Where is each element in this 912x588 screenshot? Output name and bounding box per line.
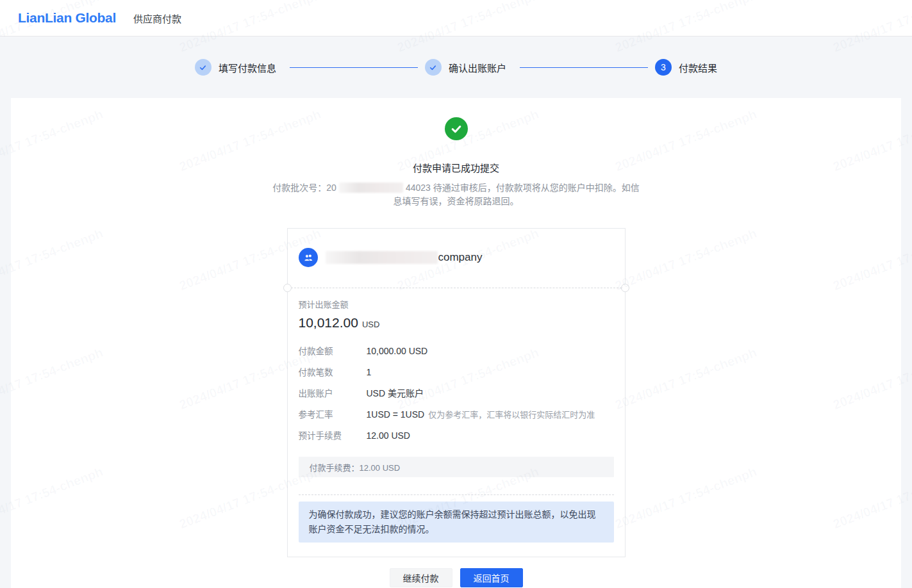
company-name-text: company [438, 251, 483, 264]
app-header: LianLian Global 供应商付款 [0, 0, 912, 37]
payment-result-panel: 付款申请已成功提交 付款批次号：2044023 待通过审核后，付款款项将从您的账… [11, 98, 901, 588]
result-title: 付款申请已成功提交 [413, 161, 499, 174]
exchange-rate-row: 参考汇率 1USD = 1USD 仅为参考汇率，汇率将以银行实际结汇时为准 [299, 407, 614, 429]
estimated-amount-label: 预计出账金额 [299, 298, 614, 310]
payment-count-row: 付款笔数 1 [299, 365, 614, 386]
batch-number-suffix: 44023 [406, 183, 433, 193]
step-label: 付款结果 [679, 61, 717, 74]
step-label: 填写付款信息 [219, 61, 276, 74]
step-fill-payment-info: 填写付款信息 [195, 59, 276, 76]
outgoing-account-row: 出账账户 USD 美元账户 [299, 386, 614, 407]
step-label: 确认出账账户 [449, 61, 506, 74]
ticket-notch-right [621, 284, 629, 292]
row-label: 出账账户 [299, 386, 367, 399]
row-value: USD 美元账户 [367, 386, 424, 399]
step-number-badge: 3 [655, 59, 672, 76]
estimated-amount: 10,012.00 USD [299, 315, 614, 331]
batch-number-label: 付款批次号： [272, 183, 326, 193]
step-connector [520, 67, 648, 68]
lianlian-global-logo[interactable]: LianLian Global [18, 10, 116, 26]
ticket-notch-left [283, 284, 292, 292]
step-confirm-account: 确认出账账户 [425, 59, 506, 76]
step-payment-result: 3 付款结果 [655, 59, 717, 76]
row-value: 1USD = 1USD [367, 409, 425, 420]
continue-payment-button[interactable]: 继续付款 [390, 568, 452, 587]
batch-number-prefix: 20 [326, 183, 336, 193]
row-value: 10,000.00 USD [367, 346, 428, 356]
step-connector [290, 67, 418, 68]
estimated-fee-row: 预计手续费 12.00 USD [299, 429, 614, 450]
company-name: company [326, 251, 483, 264]
batch-number-redacted [339, 183, 403, 193]
fee-detail-box: 付款手续费：12.00 USD [299, 457, 614, 477]
result-description: 付款批次号：2044023 待通过审核后，付款款项将从您的账户中扣除。如信息填写… [269, 181, 643, 208]
steps-bar: 填写付款信息 确认出账账户 3 付款结果 [0, 37, 912, 98]
row-label: 付款金额 [299, 344, 367, 357]
payment-info-rows: 付款金额 10,000.00 USD 付款笔数 1 出账账户 USD 美元账户 … [299, 344, 614, 450]
row-label: 预计手续费 [299, 429, 367, 441]
success-check-icon [445, 117, 468, 140]
row-label: 付款笔数 [299, 365, 367, 378]
row-label: 参考汇率 [299, 407, 367, 420]
balance-notice: 为确保付款成功，建议您的账户余额需保持超过预计出账总额，以免出现账户资金不足无法… [299, 502, 614, 543]
exchange-rate-note: 仅为参考汇率，汇率将以银行实际结汇时为准 [428, 408, 595, 420]
estimated-amount-value: 10,012.00 [299, 315, 358, 331]
inner-divider [299, 494, 614, 495]
step-done-check-icon [195, 59, 211, 76]
payee-company-row: company [299, 229, 614, 267]
action-buttons: 继续付款 返回首页 [390, 568, 523, 587]
payment-detail-card: company 预计出账金额 10,012.00 USD 付款金额 10,000… [287, 228, 626, 557]
estimated-amount-currency: USD [362, 320, 379, 329]
row-value: 12.00 USD [367, 430, 410, 441]
back-home-button[interactable]: 返回首页 [460, 568, 523, 587]
company-name-redacted [326, 251, 438, 264]
ticket-divider [288, 288, 625, 288]
payment-amount-row: 付款金额 10,000.00 USD [299, 344, 614, 365]
step-done-check-icon [425, 59, 442, 76]
product-title: 供应商付款 [133, 12, 181, 25]
row-value: 1 [367, 367, 372, 377]
company-avatar-icon [299, 248, 318, 267]
